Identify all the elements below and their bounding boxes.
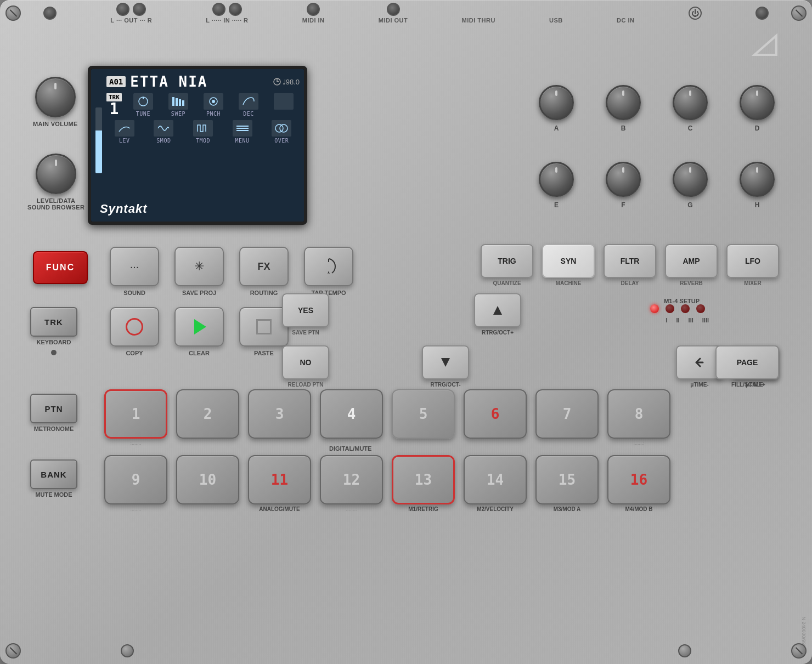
- lfo-button[interactable]: LFO: [726, 244, 779, 278]
- lcd-param-pnch: PNCH: [198, 93, 229, 117]
- fltr-button[interactable]: FLTR: [604, 244, 656, 278]
- func-button[interactable]: FUNC: [33, 251, 88, 284]
- knob-c[interactable]: [673, 85, 708, 120]
- lcd-brand-name: Syntakt: [100, 202, 147, 216]
- knob-g[interactable]: [673, 162, 708, 197]
- left-label: μTIME-: [690, 382, 708, 388]
- step-5-face[interactable]: 5: [392, 389, 455, 439]
- knob-f[interactable]: [606, 162, 641, 197]
- step-15-face[interactable]: 15: [535, 455, 599, 504]
- paste-button[interactable]: [239, 307, 289, 347]
- step-10-face[interactable]: 10: [176, 455, 239, 504]
- clear-button[interactable]: [174, 307, 224, 347]
- amp-button[interactable]: AMP: [665, 244, 718, 278]
- oct-up-button[interactable]: [474, 293, 521, 327]
- level-data-knob-group: LEVEL/DATA SOUND BROWSER: [27, 154, 84, 211]
- step-button-9: 9 :.......: [104, 455, 167, 512]
- oct-down-button[interactable]: [422, 345, 469, 379]
- level-data-knob[interactable]: [36, 154, 76, 194]
- led-1: [650, 304, 659, 313]
- page-button[interactable]: PAGE: [715, 345, 779, 379]
- level-data-label: LEVEL/DATA SOUND BROWSER: [27, 197, 84, 211]
- knob-e-group: E: [539, 162, 574, 209]
- usb-label: USB: [549, 3, 563, 24]
- main-volume-knob[interactable]: [35, 77, 76, 117]
- tap-tempo-button-group: TAP TEMPO: [304, 247, 353, 296]
- copy-button[interactable]: [110, 307, 159, 347]
- midi-in-connector: MIDI IN: [302, 3, 325, 24]
- headphone-jack: [43, 7, 57, 20]
- step-button-11: 11 ANALOG/MUTE: [248, 455, 311, 512]
- step-7-face[interactable]: 7: [535, 389, 599, 439]
- bank-button-group: BANK MUTE MODE: [30, 459, 77, 498]
- routing-button[interactable]: [239, 247, 289, 286]
- step-12-face[interactable]: 12: [320, 455, 383, 504]
- sound-button-group: SOUND: [110, 247, 159, 296]
- step-8-face[interactable]: 8: [607, 389, 670, 439]
- knob-e-label: E: [554, 201, 559, 209]
- knob-e[interactable]: [539, 162, 574, 197]
- middle-buttons: SOUND SAVE PROJ ROUTING TAP TEMPO: [110, 247, 353, 296]
- trk-button-group: TRK KEYBOARD: [30, 307, 77, 355]
- out-connectors: L ··· OUT ··· R: [110, 3, 152, 24]
- lcd-param-swep: SWEP: [162, 93, 194, 117]
- step-4-face[interactable]: 4: [320, 389, 383, 439]
- save-proj-button-group: SAVE PROJ: [174, 247, 224, 296]
- step-button-16: 16 M4/MOD B: [607, 455, 670, 512]
- paste-button-group: PASTE: [239, 307, 289, 356]
- trig-button[interactable]: TRIG: [481, 244, 533, 278]
- ptn-button[interactable]: PTN: [30, 394, 77, 423]
- save-proj-label: SAVE PROJ: [182, 290, 216, 296]
- step-15-sub: M3/MOD A: [554, 506, 581, 512]
- step-6-face[interactable]: 6: [464, 389, 527, 439]
- copy-row: COPY CLEAR PASTE: [110, 307, 289, 356]
- yes-button[interactable]: YES: [282, 293, 329, 327]
- step-row-1: 1 :....... 2 3 4 5: [104, 389, 670, 446]
- step-13-face[interactable]: 13: [392, 455, 455, 504]
- no-button[interactable]: NO: [282, 345, 329, 379]
- step-9-face[interactable]: 9: [104, 455, 167, 504]
- step-button-13: 13 M1/RETRIG: [392, 455, 455, 512]
- knob-h[interactable]: [740, 162, 775, 197]
- no-sub-label: RELOAD PTN: [288, 382, 324, 388]
- svg-rect-9: [236, 126, 249, 127]
- svg-rect-4: [176, 98, 178, 106]
- routing-button-group: ROUTING: [239, 247, 289, 296]
- step-2-face[interactable]: 2: [176, 389, 239, 439]
- knob-d-group: D: [740, 85, 775, 132]
- trk-button[interactable]: TRK: [30, 307, 77, 337]
- lcd-param-dec: DEC: [233, 93, 264, 117]
- knob-a[interactable]: [539, 85, 574, 120]
- lcd-display: A01 ETTA NIA ♩98.0 TRK 1: [88, 66, 307, 225]
- step-11-face[interactable]: 11: [248, 455, 311, 504]
- knob-d[interactable]: [740, 85, 775, 120]
- step-14-face[interactable]: 14: [464, 455, 527, 504]
- trk-dot: [51, 350, 57, 355]
- oct-up-label: RTRG/OCT+: [482, 330, 514, 336]
- lcd-param-tmod: TMOD: [185, 120, 221, 144]
- power-button[interactable]: ⏻: [689, 7, 702, 20]
- knob-g-label: G: [687, 201, 692, 209]
- elektron-logo: [749, 30, 782, 58]
- step-button-2: 2: [176, 389, 239, 446]
- lcd-top-row: A01 ETTA NIA ♩98.0: [95, 73, 300, 90]
- knob-b[interactable]: [606, 85, 641, 120]
- right-top-buttons: TRIG QUANTIZE SYN MACHINE FLTR DELAY AMP…: [481, 244, 779, 286]
- tap-tempo-button[interactable]: [304, 247, 353, 286]
- syn-button[interactable]: SYN: [542, 244, 595, 278]
- page-button-group: PAGE FILL/SCALE: [715, 345, 779, 388]
- step-1-face[interactable]: 1: [104, 389, 167, 439]
- bank-button[interactable]: BANK: [30, 459, 77, 489]
- step-14-sub: M2/VELOCITY: [477, 506, 514, 512]
- sound-button[interactable]: [110, 247, 159, 286]
- dots-icon: [130, 260, 139, 273]
- save-proj-button[interactable]: [174, 247, 224, 286]
- lcd-trk-row: TRK 1 TUNE SWEP: [95, 93, 300, 117]
- copy-button-group: COPY: [110, 307, 159, 356]
- step-3-face[interactable]: 3: [248, 389, 311, 439]
- device-body: L ··· OUT ··· R L ····· IN ····· R MIDI …: [0, 0, 812, 664]
- trk-sub-label: KEYBOARD: [37, 339, 71, 345]
- routing-label: ROUTING: [250, 290, 278, 296]
- step-16-face[interactable]: 16: [607, 455, 670, 504]
- sun-icon: [194, 259, 204, 274]
